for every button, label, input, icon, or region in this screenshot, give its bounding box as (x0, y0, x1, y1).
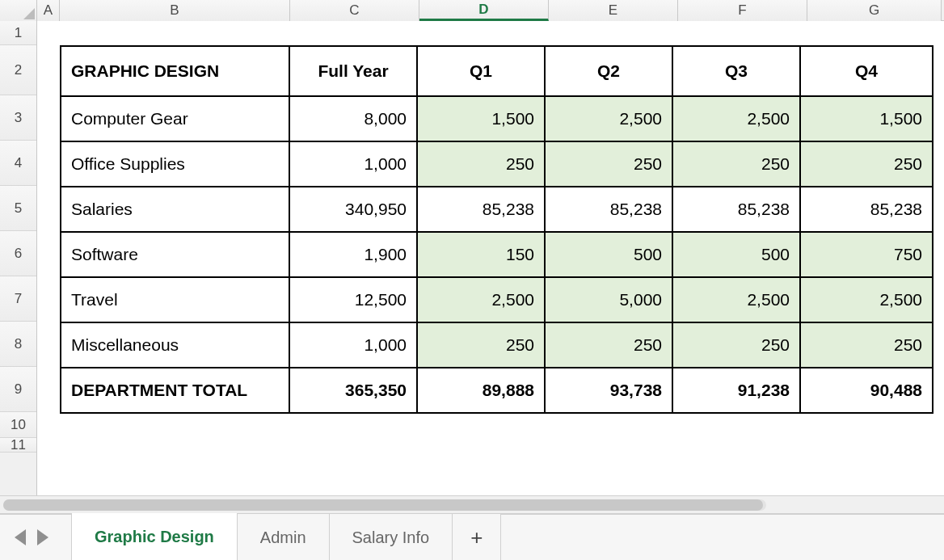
budget-table: GRAPHIC DESIGN Full Year Q1 Q2 Q3 Q4 Com… (60, 45, 933, 414)
row-header-1[interactable]: 1 (0, 21, 36, 45)
sheet-tab-graphic-design[interactable]: Graphic Design (71, 512, 238, 560)
cell-q1[interactable]: 2,500 (417, 277, 545, 322)
cell-q2[interactable]: 250 (545, 322, 672, 368)
cell-q2[interactable]: 2,500 (545, 96, 672, 141)
cell-q3[interactable]: 250 (672, 141, 800, 187)
horizontal-scrollbar[interactable] (0, 495, 944, 513)
col-header-B[interactable]: B (60, 0, 290, 21)
header-q1[interactable]: Q1 (417, 46, 545, 96)
col-header-D[interactable]: D (419, 0, 549, 21)
cell-q3[interactable]: 85,238 (672, 187, 800, 232)
row-header-6[interactable]: 6 (0, 231, 36, 276)
cell-q2[interactable]: 250 (545, 141, 672, 187)
row-header-11[interactable]: 11 (0, 438, 36, 453)
cell-q1[interactable]: 250 (417, 322, 545, 368)
cell-full-year[interactable]: 340,950 (289, 187, 417, 232)
table-title[interactable]: GRAPHIC DESIGN (61, 46, 289, 96)
row-header-10[interactable]: 10 (0, 412, 36, 438)
cell-q4[interactable]: 1,500 (800, 96, 933, 141)
row-header-8[interactable]: 8 (0, 322, 36, 367)
cell-q3[interactable]: 2,500 (672, 96, 800, 141)
tab-scroll-right-icon[interactable] (37, 529, 48, 545)
row-header-5[interactable]: 5 (0, 186, 36, 231)
table-row: Travel12,5002,5005,0002,5002,500 (61, 277, 933, 322)
row-label[interactable]: Software (61, 232, 289, 277)
cell-q3[interactable]: 2,500 (672, 277, 800, 322)
cell-q4[interactable]: 2,500 (800, 277, 933, 322)
tab-nav-arrows (15, 529, 48, 545)
column-header-row: A B C D E F G (0, 0, 944, 21)
header-q2[interactable]: Q2 (545, 46, 672, 96)
add-sheet-button[interactable]: + (453, 514, 501, 560)
cell-full-year[interactable]: 12,500 (289, 277, 417, 322)
row-header-gutter: 1 2 3 4 5 6 7 8 9 10 11 (0, 21, 37, 495)
cell-q4[interactable]: 250 (800, 141, 933, 187)
cell-full-year[interactable]: 8,000 (289, 96, 417, 141)
header-full-year[interactable]: Full Year (289, 46, 417, 96)
cell-q4[interactable]: 85,238 (800, 187, 933, 232)
total-full-year[interactable]: 365,350 (289, 368, 417, 413)
cell-q2[interactable]: 5,000 (545, 277, 672, 322)
hscroll-thumb[interactable] (3, 499, 763, 511)
table-row: Miscellaneous1,000250250250250 (61, 322, 933, 368)
table-total-row: DEPARTMENT TOTAL365,35089,88893,73891,23… (61, 368, 933, 413)
row-header-4[interactable]: 4 (0, 141, 36, 186)
tab-scroll-left-icon[interactable] (15, 529, 26, 545)
cell-q1[interactable]: 150 (417, 232, 545, 277)
col-header-G[interactable]: G (807, 0, 942, 21)
row-header-7[interactable]: 7 (0, 276, 36, 322)
cell-full-year[interactable]: 1,900 (289, 232, 417, 277)
row-label[interactable]: Miscellaneous (61, 322, 289, 368)
row-label[interactable]: Computer Gear (61, 96, 289, 141)
cell-q3[interactable]: 500 (672, 232, 800, 277)
sheet-cells[interactable]: GRAPHIC DESIGN Full Year Q1 Q2 Q3 Q4 Com… (37, 21, 944, 495)
cell-q1[interactable]: 1,500 (417, 96, 545, 141)
row-header-3[interactable]: 3 (0, 95, 36, 141)
cell-q1[interactable]: 85,238 (417, 187, 545, 232)
sheet-tab-bar: Graphic Design Admin Salary Info + (0, 513, 944, 560)
total-q2[interactable]: 93,738 (545, 368, 672, 413)
col-header-A[interactable]: A (37, 0, 60, 21)
cell-q2[interactable]: 500 (545, 232, 672, 277)
cell-q4[interactable]: 250 (800, 322, 933, 368)
total-q4[interactable]: 90,488 (800, 368, 933, 413)
total-q1[interactable]: 89,888 (417, 368, 545, 413)
select-all-corner[interactable] (0, 0, 37, 21)
header-q4[interactable]: Q4 (800, 46, 933, 96)
table-row: Salaries340,95085,23885,23885,23885,238 (61, 187, 933, 232)
col-header-C[interactable]: C (290, 0, 419, 21)
grid-area: 1 2 3 4 5 6 7 8 9 10 11 GRAPHIC DESIGN F… (0, 21, 944, 495)
row-label[interactable]: Office Supplies (61, 141, 289, 187)
sheet-tab-admin[interactable]: Admin (238, 514, 330, 560)
cell-q1[interactable]: 250 (417, 141, 545, 187)
table-body: Computer Gear8,0001,5002,5002,5001,500Of… (61, 96, 933, 413)
cell-q4[interactable]: 750 (800, 232, 933, 277)
cell-full-year[interactable]: 1,000 (289, 141, 417, 187)
table-row: Software1,900150500500750 (61, 232, 933, 277)
row-label[interactable]: Travel (61, 277, 289, 322)
cell-full-year[interactable]: 1,000 (289, 322, 417, 368)
sheet-tab-salary-info[interactable]: Salary Info (330, 514, 453, 560)
table-row: Office Supplies1,000250250250250 (61, 141, 933, 187)
total-label[interactable]: DEPARTMENT TOTAL (61, 368, 289, 413)
header-q3[interactable]: Q3 (672, 46, 800, 96)
row-header-9[interactable]: 9 (0, 367, 36, 412)
col-header-E[interactable]: E (549, 0, 678, 21)
total-q3[interactable]: 91,238 (672, 368, 800, 413)
cell-q2[interactable]: 85,238 (545, 187, 672, 232)
table-row: Computer Gear8,0001,5002,5002,5001,500 (61, 96, 933, 141)
row-header-2[interactable]: 2 (0, 45, 36, 95)
cell-q3[interactable]: 250 (672, 322, 800, 368)
row-label[interactable]: Salaries (61, 187, 289, 232)
col-header-F[interactable]: F (678, 0, 807, 21)
